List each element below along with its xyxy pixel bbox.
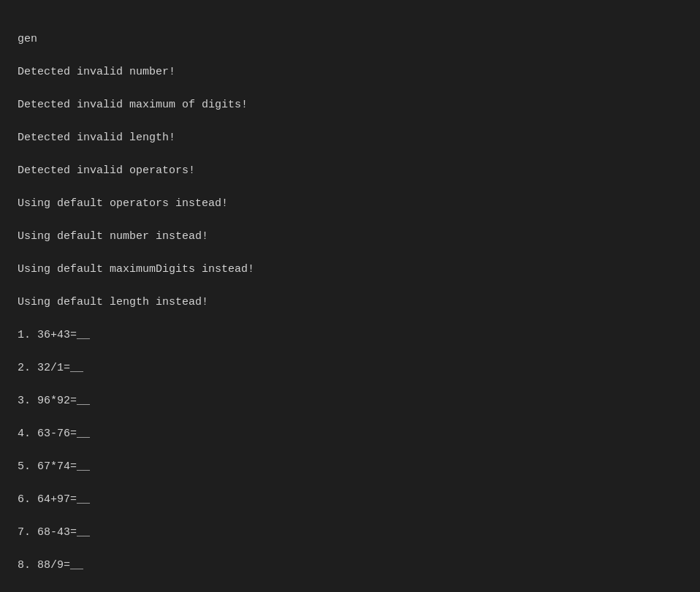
terminal-output: gen Detected invalid number! Detected in… bbox=[18, 15, 682, 592]
line-default-number: Using default number instead! bbox=[18, 229, 682, 246]
line-invalid-length: Detected invalid length! bbox=[18, 130, 682, 147]
line-gen: gen bbox=[18, 31, 682, 48]
line-q6: 6. 64+97=__ bbox=[18, 492, 682, 509]
line-q5: 5. 67*74=__ bbox=[18, 459, 682, 476]
line-invalid-max-digits: Detected invalid maximum of digits! bbox=[18, 97, 682, 114]
line-q3: 3. 96*92=__ bbox=[18, 393, 682, 410]
line-default-operators: Using default operators instead! bbox=[18, 196, 682, 213]
line-q7: 7. 68-43=__ bbox=[18, 525, 682, 542]
line-invalid-operators: Detected invalid operators! bbox=[18, 163, 682, 180]
line-q4: 4. 63-76=__ bbox=[18, 426, 682, 443]
line-q2: 2. 32/1=__ bbox=[18, 360, 682, 377]
line-default-length: Using default length instead! bbox=[18, 295, 682, 311]
line-invalid-number: Detected invalid number! bbox=[18, 64, 682, 81]
line-q8: 8. 88/9=__ bbox=[18, 558, 682, 574]
line-default-max-digits: Using default maximumDigits instead! bbox=[18, 262, 682, 278]
line-q1: 1. 36+43=__ bbox=[18, 327, 682, 344]
